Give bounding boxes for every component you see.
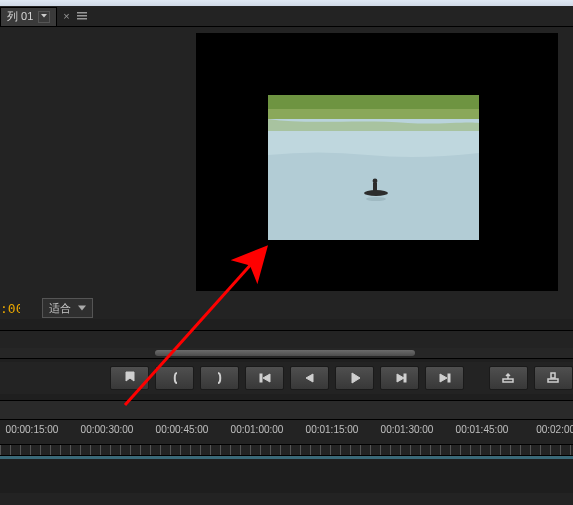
panel-tabbar: 列 01 × xyxy=(0,6,573,27)
step-back-button[interactable] xyxy=(290,366,329,390)
svg-marker-14 xyxy=(263,374,270,382)
svg-rect-6 xyxy=(268,109,479,119)
svg-rect-9 xyxy=(373,183,377,192)
svg-point-11 xyxy=(366,197,386,201)
panel-menu-button[interactable] xyxy=(74,8,90,24)
svg-marker-0 xyxy=(41,14,47,18)
timeline-tick-label: 00:01:30:00 xyxy=(381,424,434,435)
tab-close-x-icon[interactable]: × xyxy=(63,10,69,22)
svg-marker-15 xyxy=(306,374,313,382)
monitor-scrollbar-track[interactable] xyxy=(0,348,573,359)
timeline-header-strip xyxy=(0,401,573,420)
play-button[interactable] xyxy=(335,366,374,390)
timeline-tick-label: 00:02:00: xyxy=(536,424,573,435)
svg-rect-23 xyxy=(551,373,555,378)
timeline-tick-label: 00:01:45:00 xyxy=(456,424,509,435)
timeline-tick-label: 00:01:15:00 xyxy=(306,424,359,435)
timeline-tick-label: 00:00:15:00 xyxy=(6,424,59,435)
monitor-controls-row: :00 适合 xyxy=(0,297,573,319)
video-canvas[interactable] xyxy=(196,33,558,291)
svg-rect-18 xyxy=(404,374,406,382)
step-forward-button[interactable] xyxy=(380,366,419,390)
svg-marker-17 xyxy=(397,374,404,382)
current-timecode[interactable]: :00 xyxy=(0,301,20,316)
monitor-scrollbar-thumb[interactable] xyxy=(155,350,415,356)
timeline-tick-label: 00:00:45:00 xyxy=(156,424,209,435)
timeline-tick-label: 00:00:30:00 xyxy=(81,424,134,435)
timeline-ticks xyxy=(0,445,573,456)
lift-button[interactable] xyxy=(489,366,528,390)
svg-marker-12 xyxy=(78,306,86,311)
extract-button[interactable] xyxy=(534,366,573,390)
program-monitor: :00 适合 xyxy=(0,27,573,319)
video-thumbnail xyxy=(268,95,479,240)
svg-rect-13 xyxy=(260,374,262,382)
svg-rect-21 xyxy=(503,379,513,382)
go-to-out-button[interactable] xyxy=(425,366,464,390)
timeline-ruler[interactable]: 00:00:15:0000:00:30:0000:00:45:0000:01:0… xyxy=(0,420,573,445)
svg-rect-2 xyxy=(77,15,87,17)
svg-marker-16 xyxy=(352,373,360,383)
chevron-down-icon xyxy=(77,304,86,313)
svg-rect-3 xyxy=(77,18,87,20)
timeline-tick-label: 00:01:00:00 xyxy=(231,424,284,435)
svg-rect-20 xyxy=(448,374,450,382)
svg-rect-22 xyxy=(548,379,558,382)
svg-point-10 xyxy=(373,179,378,184)
tab-close-icon[interactable] xyxy=(38,11,50,23)
go-to-in-button[interactable] xyxy=(245,366,284,390)
svg-rect-1 xyxy=(77,12,87,14)
marker-button[interactable] xyxy=(110,366,149,390)
timeline-track-area[interactable] xyxy=(0,456,573,493)
zoom-fit-label: 适合 xyxy=(49,301,71,316)
set-out-button[interactable] xyxy=(200,366,239,390)
set-in-button[interactable] xyxy=(155,366,194,390)
sequence-tab[interactable]: 列 01 xyxy=(0,7,57,26)
svg-marker-19 xyxy=(440,374,447,382)
timeline-panel: 00:00:15:0000:00:30:0000:00:45:0000:01:0… xyxy=(0,400,573,505)
sequence-tab-label: 列 01 xyxy=(7,9,33,24)
monitor-mini-ruler[interactable] xyxy=(0,330,573,350)
transport-controls xyxy=(0,362,573,394)
zoom-fit-dropdown[interactable]: 适合 xyxy=(42,298,93,318)
